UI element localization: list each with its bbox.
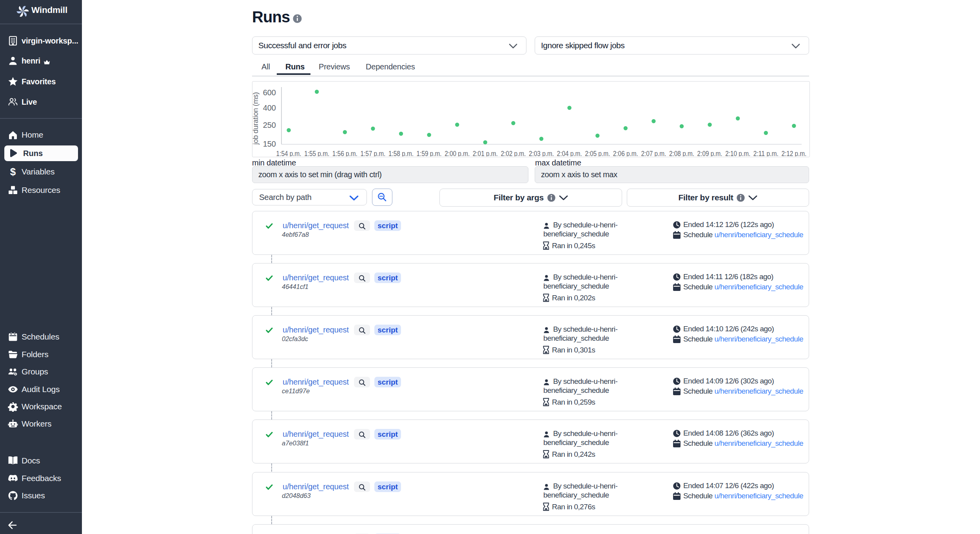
svg-text:2:08 p.m.: 2:08 p.m. bbox=[669, 149, 694, 156]
svg-text:2:03 p.m.: 2:03 p.m. bbox=[529, 149, 554, 156]
svg-text:2:12 p.m.: 2:12 p.m. bbox=[781, 149, 806, 156]
svg-text:1:59 p.m.: 1:59 p.m. bbox=[417, 149, 442, 156]
svg-text:2:10 p.m.: 2:10 p.m. bbox=[725, 149, 750, 156]
svg-text:1:57 p.m.: 1:57 p.m. bbox=[360, 149, 385, 156]
svg-text:2:05 p.m.: 2:05 p.m. bbox=[585, 149, 610, 156]
svg-text:2:00 p.m.: 2:00 p.m. bbox=[445, 149, 470, 156]
svg-text:1:54 p.m.: 1:54 p.m. bbox=[276, 149, 301, 156]
svg-text:2:09 p.m.: 2:09 p.m. bbox=[697, 149, 722, 156]
svg-text:2:07 p.m.: 2:07 p.m. bbox=[641, 149, 666, 156]
svg-text:job duration (ms): job duration (ms) bbox=[252, 92, 260, 145]
svg-text:2:04 p.m.: 2:04 p.m. bbox=[557, 149, 582, 156]
svg-text:400: 400 bbox=[263, 104, 276, 112]
svg-text:2:01 p.m.: 2:01 p.m. bbox=[473, 149, 498, 156]
svg-text:1:58 p.m.: 1:58 p.m. bbox=[388, 149, 414, 156]
svg-text:250: 250 bbox=[263, 121, 276, 129]
svg-text:1:56 p.m.: 1:56 p.m. bbox=[332, 149, 358, 156]
svg-text:2:06 p.m.: 2:06 p.m. bbox=[613, 149, 638, 156]
svg-text:2:02 p.m.: 2:02 p.m. bbox=[501, 149, 526, 156]
svg-text:2:11 p.m.: 2:11 p.m. bbox=[753, 149, 779, 156]
svg-text:1:55 p.m.: 1:55 p.m. bbox=[304, 149, 329, 156]
svg-text:150: 150 bbox=[263, 140, 276, 148]
svg-text:600: 600 bbox=[263, 88, 276, 97]
